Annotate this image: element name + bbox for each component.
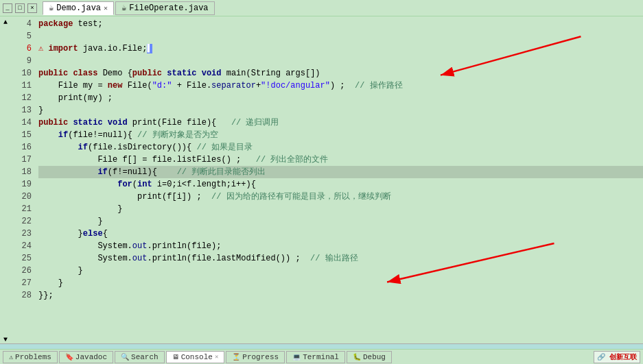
code-editor[interactable]: 4 5 6 9 10 11 12 13 14 15 16 17 18 19 20…: [11, 16, 643, 343]
gutter-icons: ▲ ▼: [0, 16, 11, 343]
code-line-4: package test;: [38, 18, 643, 30]
editor-wrapper: 4 5 6 9 10 11 12 13 14 15 16 17 18 19 20…: [11, 16, 643, 343]
debug-icon: 🐛: [353, 353, 361, 361]
line-num-19: 19: [11, 178, 32, 191]
line-num-22: 22: [11, 215, 32, 228]
tab-search[interactable]: 🔍 Search: [115, 351, 165, 363]
problems-icon: ⚠: [9, 353, 13, 361]
title-bar: _ □ × ☕ Demo.java ✕ ☕ FileOperate.java: [0, 0, 643, 16]
code-line-6: ⚠ import java.io.File;▌: [38, 43, 643, 55]
code-line-26: }: [38, 265, 643, 277]
line-num-18: 18: [11, 166, 32, 178]
code-line-21: }: [38, 203, 643, 215]
code-line-19: for(int i=0;i<f.length;i++){: [38, 178, 643, 191]
tab-terminal[interactable]: 💻 Terminal: [286, 351, 345, 363]
code-line-12: print(my) ;: [38, 92, 643, 104]
maximize-button[interactable]: □: [15, 3, 25, 13]
editor-container: ▲ ▼ 4 5 6 9 10 11 12 13 14 15 16 17 18 1…: [0, 16, 643, 343]
line-num-6: 6: [11, 43, 32, 55]
line-num-17: 17: [11, 154, 32, 166]
console-active-indicator: ✕: [215, 353, 218, 361]
tab-demo-java[interactable]: ☕ Demo.java ✕: [43, 1, 114, 15]
terminal-icon: 💻: [292, 353, 301, 361]
javadoc-icon: 🔖: [65, 353, 73, 361]
line-num-27: 27: [11, 277, 32, 289]
line-num-11: 11: [11, 80, 32, 92]
line-num-21: 21: [11, 203, 32, 215]
scroll-down-arrow[interactable]: ▼: [1, 335, 10, 343]
line-num-10: 10: [11, 67, 32, 80]
search-icon: 🔍: [121, 353, 129, 361]
code-line-14: public static void print(File file){ // …: [38, 117, 643, 129]
code-line-9: [38, 55, 643, 67]
search-label: Search: [131, 353, 159, 361]
logo-area: 🔗 创新互联: [594, 351, 640, 363]
line-num-24: 24: [11, 240, 32, 252]
code-line-15: if(file!=null){ // 判断对象是否为空: [38, 129, 643, 141]
scroll-up-arrow[interactable]: ▲: [1, 18, 10, 26]
line-num-9: 9: [11, 55, 32, 67]
line-num-20: 20: [11, 191, 32, 203]
tab-console[interactable]: 🖥 Console ✕: [166, 351, 225, 363]
logo-text: 创新互联: [609, 354, 637, 361]
tab-javadoc[interactable]: 🔖 Javadoc: [59, 351, 113, 363]
code-line-24: System.out.println(file);: [38, 240, 643, 252]
line-numbers: 4 5 6 9 10 11 12 13 14 15 16 17 18 19 20…: [11, 16, 36, 343]
status-bar: ⚠ Problems 🔖 Javadoc 🔍 Search 🖥 Console …: [0, 349, 643, 364]
tab-fileoperate-java[interactable]: ☕ FileOperate.java: [115, 1, 214, 15]
code-line-16: if(file.isDirectory()){ // 如果是目录: [38, 141, 643, 154]
line-num-13: 13: [11, 104, 32, 117]
code-line-27: }: [38, 277, 643, 289]
code-line-13: }: [38, 104, 643, 117]
debug-label: Debug: [363, 353, 386, 361]
javadoc-label: Javadoc: [75, 353, 107, 361]
terminal-label: Terminal: [303, 353, 339, 361]
line-num-4: 4: [11, 18, 32, 30]
window-controls: _ □ ×: [3, 3, 37, 13]
code-line-11: File my = new File("d:" + File.separator…: [38, 80, 643, 92]
line-num-5: 5: [11, 30, 32, 43]
logo-icon: 🔗: [597, 354, 605, 361]
close-button[interactable]: ×: [27, 3, 37, 13]
minimize-button[interactable]: _: [3, 3, 12, 13]
line-num-14: 14: [11, 117, 32, 129]
line-num-23: 23: [11, 228, 32, 240]
java-icon: ☕: [121, 3, 126, 13]
code-line-28: }};: [38, 289, 643, 302]
java-icon: ☕: [49, 3, 54, 13]
tab-close-icon[interactable]: ✕: [104, 4, 108, 12]
code-line-18: if(f!=null){ // 判断此目录能否列出: [38, 166, 643, 178]
console-label: Console: [181, 353, 213, 361]
tab-label: Demo.java: [56, 3, 101, 13]
console-icon: 🖥: [172, 353, 179, 361]
line-num-12: 12: [11, 92, 32, 104]
horizontal-scrollbar[interactable]: [0, 343, 643, 349]
line-num-26: 26: [11, 265, 32, 277]
tab-problems[interactable]: ⚠ Problems: [3, 351, 58, 363]
line-num-25: 25: [11, 252, 32, 265]
tab-label: FileOperate.java: [129, 3, 208, 13]
code-line-5: [38, 30, 643, 43]
tab-bar: ☕ Demo.java ✕ ☕ FileOperate.java: [43, 1, 640, 15]
logo-box: 🔗 创新互联: [594, 351, 640, 363]
code-line-23: }else{: [38, 228, 643, 240]
problems-label: Problems: [15, 353, 51, 361]
tab-debug[interactable]: 🐛 Debug: [347, 351, 392, 363]
line-num-16: 16: [11, 141, 32, 154]
code-line-22: }: [38, 215, 643, 228]
tab-progress[interactable]: ⏳ Progress: [226, 351, 285, 363]
line-num-28: 28: [11, 289, 32, 302]
code-line-17: File f[] = file.listFiles() ; // 列出全部的文件: [38, 154, 643, 166]
code-line-25: System.out.println(file.lastModified()) …: [38, 252, 643, 265]
line-num-15: 15: [11, 129, 32, 141]
code-line-20: print(f[i]) ; // 因为给的路径有可能是目录，所以，继续判断: [38, 191, 643, 203]
code-line-10: public class Demo {public static void ma…: [38, 67, 643, 80]
code-content: package test; ⚠ import java.io.File;▌ pu…: [36, 16, 643, 343]
progress-icon: ⏳: [232, 353, 240, 361]
progress-label: Progress: [242, 353, 279, 361]
